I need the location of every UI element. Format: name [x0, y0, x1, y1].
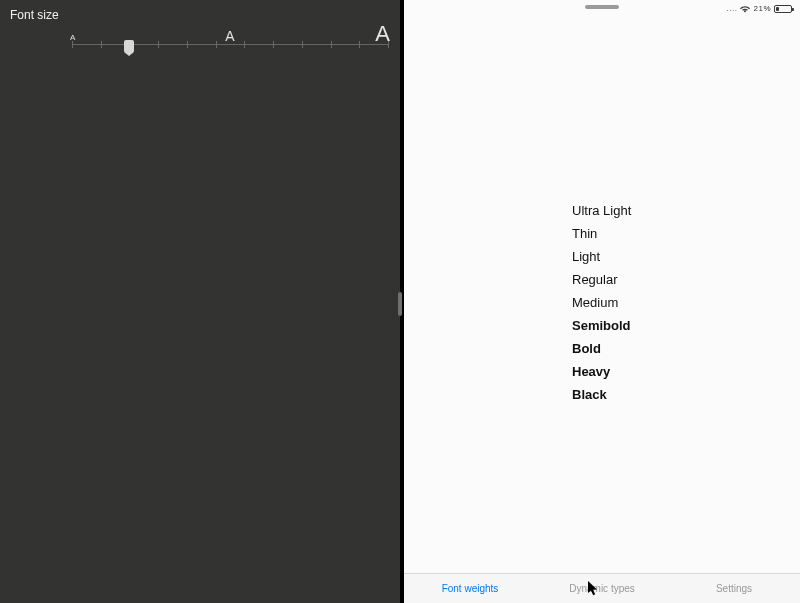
scroll-indicator: [398, 292, 402, 316]
cellular-dots-icon: ....: [727, 4, 738, 13]
slider-tick: [101, 41, 102, 48]
slider-tick: [72, 41, 73, 48]
size-letter-medium: A: [225, 29, 234, 43]
preview-panel: .... 21% Ultra LightThinLightRegularMedi…: [404, 0, 800, 603]
weight-item: Semibold: [572, 319, 631, 332]
tab-bar: Font weightsDynamic typesSettings: [404, 573, 800, 603]
weight-item: Light: [572, 250, 631, 263]
status-right: .... 21%: [727, 4, 792, 13]
slider-tick: [302, 41, 303, 48]
slider-tick: [359, 41, 360, 48]
slider-tick: [187, 41, 188, 48]
font-size-panel: Font size A A A: [0, 0, 400, 603]
content-area: Ultra LightThinLightRegularMediumSemibol…: [404, 14, 800, 573]
font-weight-list: Ultra LightThinLightRegularMediumSemibol…: [572, 204, 631, 401]
weight-item: Thin: [572, 227, 631, 240]
slider-track: [72, 44, 388, 45]
slider-tick: [388, 41, 389, 48]
multitask-handle-icon[interactable]: [585, 5, 619, 9]
slider-tick: [158, 41, 159, 48]
slider-thumb[interactable]: [124, 40, 134, 52]
slider-tick: [216, 41, 217, 48]
wifi-icon: [740, 5, 750, 13]
slider-tick: [244, 41, 245, 48]
tab-font-weights[interactable]: Font weights: [404, 574, 536, 603]
tab-settings[interactable]: Settings: [668, 574, 800, 603]
slider-tick: [331, 41, 332, 48]
slider-tick: [273, 41, 274, 48]
weight-item: Heavy: [572, 365, 631, 378]
weight-item: Medium: [572, 296, 631, 309]
weight-item: Ultra Light: [572, 204, 631, 217]
weight-item: Black: [572, 388, 631, 401]
weight-item: Bold: [572, 342, 631, 355]
font-size-slider[interactable]: A A A: [72, 30, 388, 60]
tab-dynamic-types[interactable]: Dynamic types: [536, 574, 668, 603]
weight-item: Regular: [572, 273, 631, 286]
battery-percent: 21%: [753, 4, 771, 13]
status-bar: .... 21%: [404, 0, 800, 14]
battery-icon: [774, 5, 792, 13]
font-size-title: Font size: [0, 0, 400, 26]
